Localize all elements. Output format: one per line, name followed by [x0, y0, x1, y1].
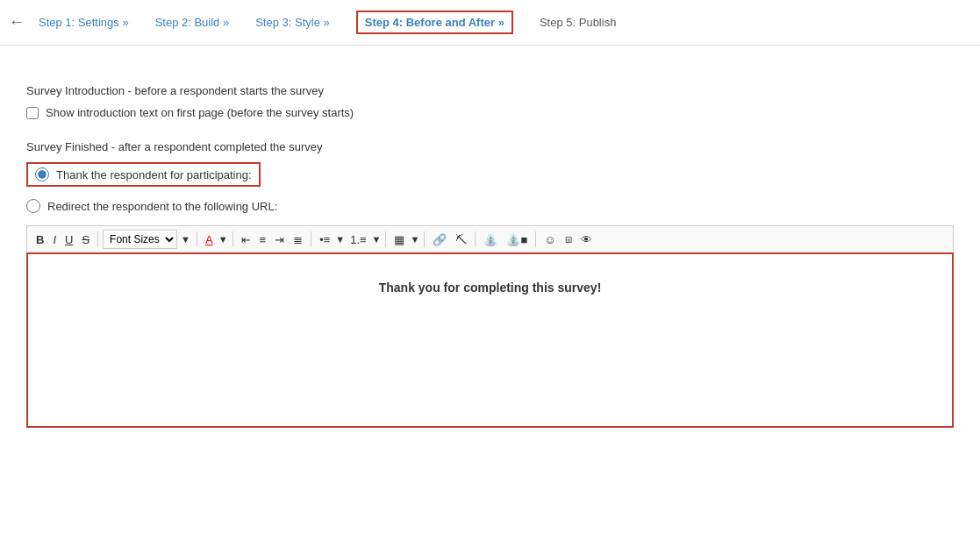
finished-section: Survey Finished - after a respondent com…	[26, 140, 954, 428]
editor-area[interactable]: Thank you for completing this survey!	[26, 252, 954, 428]
toolbar-sep-5	[385, 231, 386, 247]
radio-redirect[interactable]	[26, 199, 40, 213]
top-nav: ← Step 1: Settings » Step 2: Build » Ste…	[0, 0, 980, 46]
toolbar-font-sizes[interactable]: Font Sizes	[103, 230, 177, 249]
toolbar-link[interactable]: 🔗	[429, 231, 450, 248]
nav-step-4[interactable]: Step 4: Before and After »	[356, 11, 513, 34]
toolbar-numbered-list[interactable]: 1.≡	[347, 231, 369, 248]
toolbar-sep-4	[311, 231, 311, 247]
toolbar-dropdown-arrow: ▼	[181, 234, 190, 245]
radio-row-thank: Thank the respondent for participating:	[26, 162, 261, 187]
toolbar-sep-2	[197, 231, 197, 247]
toolbar-align-justify[interactable]: ≣	[290, 231, 306, 248]
toolbar-sep-6	[424, 231, 425, 247]
toolbar-num-arrow: ▼	[372, 234, 382, 245]
toolbar-bold[interactable]: B	[32, 231, 47, 248]
radio-redirect-label: Redirect the respondent to the following…	[47, 200, 277, 213]
radio-thank-label: Thank the respondent for participating:	[56, 168, 252, 181]
toolbar-align-left[interactable]: ⇤	[238, 231, 254, 248]
toolbar-align-right[interactable]: ⇥	[271, 231, 288, 248]
toolbar-image[interactable]: ⛲	[480, 231, 501, 248]
toolbar-image2[interactable]: ⛲■	[503, 231, 531, 248]
nav-steps: Step 1: Settings » Step 2: Build » Step …	[39, 11, 971, 34]
toolbar-sep-3	[232, 231, 233, 247]
toolbar-table[interactable]: ▦	[390, 231, 408, 248]
intro-checkbox-row: Show introduction text on first page (be…	[26, 106, 954, 119]
back-icon[interactable]: ←	[9, 13, 25, 32]
toolbar-strikethrough[interactable]: S	[78, 231, 93, 248]
toolbar-table-arrow: ▼	[410, 234, 419, 245]
intro-checkbox-label: Show introduction text on first page (be…	[46, 106, 354, 119]
intro-section: Survey Introduction - before a responden…	[26, 84, 954, 119]
main-content: Survey Introduction - before a responden…	[0, 46, 980, 547]
intro-section-title: Survey Introduction - before a responden…	[26, 84, 954, 97]
toolbar-sep-1	[97, 231, 98, 247]
toolbar-preview[interactable]: 👁	[577, 231, 596, 248]
nav-step-3[interactable]: Step 3: Style »	[255, 16, 330, 29]
nav-step-5: Step 5: Publish	[540, 16, 616, 29]
radio-thank[interactable]	[35, 167, 49, 181]
intro-checkbox[interactable]	[26, 107, 39, 119]
nav-step-1[interactable]: Step 1: Settings »	[39, 16, 129, 29]
toolbar-font-color[interactable]: A	[202, 231, 217, 248]
nav-step-2[interactable]: Step 2: Build »	[155, 16, 230, 29]
toolbar-unlink[interactable]: ⛏	[452, 231, 470, 248]
toolbar-bullet-list[interactable]: •≡	[316, 231, 333, 248]
toolbar-sep-8	[535, 231, 536, 247]
editor-toolbar: B I U S Font Sizes ▼ A ▼ ⇤ ≡ ⇥ ≣ •≡ ▼ 1.…	[26, 225, 954, 252]
toolbar-align-center[interactable]: ≡	[256, 231, 270, 248]
toolbar-fullscreen[interactable]: ⧆	[562, 231, 576, 248]
finished-section-title: Survey Finished - after a respondent com…	[26, 140, 954, 153]
toolbar-sep-7	[475, 231, 476, 247]
radio-row-redirect: Redirect the respondent to the following…	[26, 199, 954, 213]
toolbar-color-arrow: ▼	[218, 234, 228, 245]
editor-content: Thank you for completing this survey!	[46, 281, 934, 295]
toolbar-bullet-arrow: ▼	[335, 234, 345, 245]
toolbar-underline[interactable]: U	[61, 231, 76, 248]
toolbar-emoji[interactable]: ☺	[540, 231, 559, 248]
toolbar-italic[interactable]: I	[49, 231, 60, 248]
